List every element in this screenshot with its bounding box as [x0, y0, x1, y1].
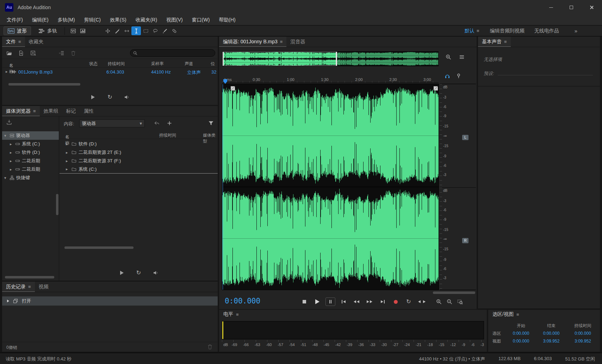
tab-essential-sound[interactable]: 基本声音 ≡	[478, 37, 511, 47]
minimize-button[interactable]	[541, 0, 561, 15]
left-channel-badge[interactable]: L	[462, 135, 468, 140]
auto-play-button[interactable]	[122, 93, 132, 101]
media-folder-row[interactable]: ▸系统 (C:)	[60, 165, 218, 174]
loop-playback-button[interactable]: ↻	[105, 93, 115, 101]
trash-icon[interactable]	[207, 344, 213, 350]
fast-forward-button[interactable]	[365, 297, 374, 306]
view-duration-value[interactable]: 3:09.952	[566, 339, 599, 344]
spectral-display-icon[interactable]	[78, 26, 87, 35]
download-icon[interactable]	[6, 119, 12, 125]
media-tree-drive-item[interactable]: ▸二花后期	[2, 157, 59, 165]
zoom-to-selection-button[interactable]	[457, 299, 463, 305]
selection-start-value[interactable]: 0:00.000	[506, 331, 536, 336]
slip-tool-icon[interactable]	[122, 26, 131, 35]
chevron-right-icon[interactable]: ▸	[66, 167, 69, 171]
media-folder-row[interactable]: ▸二花后期资源 3T (F:)	[60, 157, 218, 165]
tab-favorites[interactable]: 收藏夹	[25, 37, 48, 47]
menu-multitrack[interactable]: 多轨(M)	[53, 17, 80, 23]
tree-vertical-scrollbar[interactable]	[56, 194, 58, 215]
panel-menu-icon[interactable]: ≡	[504, 39, 507, 44]
menu-file[interactable]: 文件(F)	[2, 17, 27, 23]
import-file-icon[interactable]	[18, 50, 24, 56]
skip-to-end-button[interactable]	[378, 297, 387, 306]
filter-icon[interactable]	[208, 120, 214, 126]
overview-strip[interactable]	[222, 51, 439, 66]
skip-to-start-button[interactable]	[339, 297, 348, 306]
chevron-down-icon[interactable]: ▾	[4, 176, 8, 180]
auto-play-button[interactable]	[151, 269, 161, 277]
delete-icon[interactable]	[70, 50, 76, 56]
workspace-menu-icon[interactable]: ≡	[477, 28, 479, 33]
loop-playback-button[interactable]: ↻	[134, 269, 144, 277]
back-arrow-icon[interactable]	[154, 120, 160, 126]
selection-end-value[interactable]: 0:00.000	[536, 331, 566, 336]
view-end-value[interactable]: 3:09.952	[536, 339, 566, 344]
menu-window[interactable]: 窗口(W)	[187, 17, 215, 23]
razor-tool-icon[interactable]	[112, 26, 122, 35]
view-range-box[interactable]	[223, 52, 336, 66]
waveform-mode-button[interactable]: 波形	[4, 26, 31, 35]
tab-files[interactable]: 文件 ≡	[2, 37, 25, 47]
zoom-in-button[interactable]	[436, 299, 442, 305]
chevron-right-icon[interactable]: ▸	[10, 159, 13, 163]
right-channel-badge[interactable]: R	[462, 238, 468, 243]
menu-effects[interactable]: 效果(S)	[105, 17, 131, 23]
record-button[interactable]	[391, 297, 401, 306]
playhead-handle[interactable]	[223, 79, 227, 84]
tab-mixer[interactable]: 混音器	[286, 37, 309, 47]
maximize-button[interactable]	[561, 0, 582, 15]
fade-out-handle[interactable]	[434, 86, 438, 90]
menu-clip[interactable]: 剪辑(C)	[80, 17, 105, 23]
column-header-sample-rate[interactable]: 采样率	[151, 61, 164, 67]
tab-editor[interactable]: 编辑器: 001Jonny B.mp3 ≡	[219, 37, 286, 47]
chevron-right-icon[interactable]: ▸	[10, 142, 13, 146]
media-folder-row[interactable]: ▸软件 (D:)	[60, 140, 218, 148]
pin-marker-icon[interactable]	[456, 73, 461, 79]
column-header-duration[interactable]: 持续时间	[108, 61, 125, 67]
headphone-monitor-icon[interactable]	[445, 73, 450, 79]
media-folder-row[interactable]: ▸二花后期资源 2T (E:)	[60, 148, 218, 157]
chevron-right-icon[interactable]: ▸	[10, 150, 13, 155]
loop-playback-button[interactable]: ↻	[404, 297, 414, 306]
timeline-ruler[interactable]: hms 0:301:001:302:002:303:00	[222, 72, 439, 83]
view-range-left-handle[interactable]	[223, 52, 224, 66]
horizontal-scrollbar[interactable]	[8, 83, 80, 86]
chevron-right-icon[interactable]: ▸	[66, 150, 69, 155]
waveform-canvas[interactable]	[222, 84, 439, 290]
panel-menu-icon[interactable]: ≡	[18, 39, 21, 44]
tab-effects-rack[interactable]: 效果组	[40, 106, 62, 116]
tab-history[interactable]: 历史记录 ≡	[2, 282, 35, 292]
display-options-icon[interactable]	[459, 54, 465, 60]
menu-edit[interactable]: 编辑(E)	[27, 17, 53, 23]
tab-media-browser[interactable]: 媒体浏览器 ≡	[2, 106, 40, 116]
column-header-status[interactable]: 状态	[89, 61, 98, 67]
close-button[interactable]	[582, 0, 602, 15]
media-tree-item[interactable]: ▾驱动器	[2, 131, 59, 140]
new-item-icon[interactable]	[30, 50, 36, 56]
lasso-selection-tool-icon[interactable]	[150, 26, 160, 35]
panel-menu-icon[interactable]: ≡	[236, 312, 239, 317]
insert-into-multitrack-icon[interactable]	[58, 50, 64, 56]
move-tool-icon[interactable]	[103, 26, 112, 35]
panel-menu-icon[interactable]: ≡	[28, 284, 31, 289]
play-button[interactable]	[88, 93, 98, 101]
drive-select[interactable]: 驱动器 ▾	[79, 119, 145, 127]
amplitude-ruler[interactable]: dB-3-6-9-15-∞-15-9-6-3 dB-3-6-9-15-∞-15-…	[440, 84, 476, 290]
open-folder-icon[interactable]	[6, 50, 12, 56]
view-range-right-handle[interactable]	[336, 52, 337, 66]
waveform-scrollbar[interactable]	[222, 291, 476, 294]
panel-menu-icon[interactable]: ≡	[33, 108, 36, 114]
time-selection-tool-icon[interactable]	[131, 26, 141, 35]
tree-horizontal-scrollbar[interactable]	[5, 276, 54, 278]
chevron-right-icon[interactable]: ▸	[66, 159, 69, 163]
menu-favorites[interactable]: 收藏夹(R)	[131, 17, 162, 23]
current-time-display[interactable]: 0:00.000	[225, 297, 260, 305]
pause-button[interactable]	[325, 297, 335, 306]
marquee-selection-tool-icon[interactable]	[141, 26, 150, 35]
zoom-out-button[interactable]	[447, 299, 452, 305]
column-header-channels[interactable]: 声道	[185, 61, 193, 67]
media-tree-drive-item[interactable]: ▸二花后期	[2, 165, 59, 174]
waveform-scrollbar-thumb[interactable]	[433, 291, 475, 294]
chevron-right-icon[interactable]: ▸	[10, 167, 13, 172]
media-tree-drive-item[interactable]: ▸软件 (D:)	[2, 148, 59, 157]
